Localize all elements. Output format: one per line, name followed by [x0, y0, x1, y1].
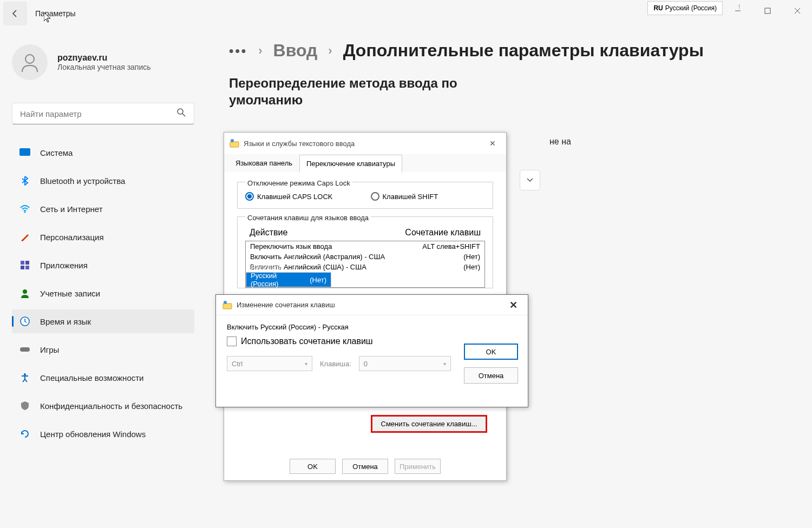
sidebar-item-time-language[interactable]: Время и язык [12, 309, 194, 333]
modifier-select[interactable]: Ctrl▾ [227, 356, 312, 371]
key-label: Клавиша: [320, 360, 351, 368]
svg-rect-15 [20, 347, 30, 352]
tab-language-bar[interactable]: Языковая панель [228, 154, 299, 172]
back-button[interactable] [3, 2, 27, 25]
breadcrumb-current: Дополнительные параметры клавиатуры [343, 41, 704, 61]
system-icon [19, 147, 30, 158]
change-shortcut-button[interactable]: Сменить сочетание клавиш... [371, 415, 487, 433]
svg-point-16 [24, 373, 26, 375]
sidebar-item-apps[interactable]: Приложения [12, 253, 194, 277]
svg-rect-12 [25, 266, 29, 269]
svg-rect-17 [230, 142, 239, 147]
sidebar-item-system[interactable]: Система [12, 141, 194, 164]
key-select[interactable]: 0▾ [359, 356, 451, 371]
apply-button[interactable]: Применить [395, 459, 441, 474]
dialog-titlebar[interactable]: Изменение сочетания клавиш ✕ [216, 295, 528, 315]
svg-point-13 [23, 289, 27, 294]
person-icon [19, 51, 41, 73]
dialog-button-column: OK Отмена [464, 344, 518, 384]
close-button[interactable] [782, 0, 812, 22]
accessibility-icon [19, 372, 30, 383]
avatar [12, 44, 48, 80]
table-row[interactable]: Включить Английский (Австралия) - США(Не… [246, 252, 484, 262]
svg-point-18 [231, 139, 234, 142]
minimize-button[interactable] [723, 0, 752, 22]
dialog-body: Включить Русский (Россия) - Русская Испо… [216, 315, 528, 379]
wifi-icon [19, 203, 30, 214]
svg-rect-11 [21, 266, 24, 269]
cancel-button[interactable]: Отмена [342, 459, 388, 474]
search-box[interactable] [12, 103, 194, 124]
maximize-button[interactable] [752, 0, 782, 22]
bg-text-fragment: не на [549, 137, 571, 147]
ok-button[interactable]: OK [464, 344, 518, 360]
sidebar: Система Bluetooth и устройства Сеть и Ин… [12, 141, 194, 450]
user-subtitle: Локальная учетная запись [57, 63, 151, 71]
apps-icon [19, 260, 30, 270]
expand-button[interactable] [520, 170, 540, 190]
table-header: Действие Сочетание клавиш [245, 227, 485, 239]
chevron-down-icon: ▾ [443, 361, 446, 367]
sidebar-item-network[interactable]: Сеть и Интернет [12, 197, 194, 221]
sidebar-item-privacy[interactable]: Конфиденциальность и безопасность [12, 394, 194, 418]
search-input[interactable] [20, 109, 176, 118]
window-controls [723, 0, 812, 22]
dialog-title: Изменение сочетания клавиш [237, 301, 505, 309]
keyboard-icon [222, 300, 232, 310]
close-icon[interactable]: ✕ [505, 299, 521, 311]
sidebar-item-windows-update[interactable]: Центр обновления Windows [12, 422, 194, 446]
fieldset-legend: Отключение режима Caps Lock [245, 179, 352, 187]
svg-point-5 [178, 109, 183, 114]
svg-point-4 [25, 55, 34, 63]
dialog-button-row: OK Отмена Применить [224, 459, 506, 474]
language-indicator[interactable]: RU Русский (Россия) [647, 1, 723, 15]
breadcrumb-link[interactable]: Ввод [273, 41, 318, 61]
ok-button[interactable]: OK [290, 459, 336, 474]
svg-line-6 [182, 114, 185, 116]
target-language-label: Включить Русский (Россия) - Русская [227, 323, 517, 331]
sidebar-item-personalization[interactable]: Персонализация [12, 225, 194, 249]
svg-rect-9 [21, 261, 24, 265]
sidebar-item-gaming[interactable]: Игры [12, 338, 194, 361]
radio-capslock[interactable]: Клавишей CAPS LOCK [245, 192, 333, 201]
svg-point-8 [24, 212, 26, 213]
sidebar-item-accessibility[interactable]: Специальные возможности [12, 366, 194, 390]
user-icon [19, 288, 30, 299]
table-row[interactable]: Переключить язык вводаALT слева+SHIFT [246, 241, 484, 252]
gamepad-icon [19, 344, 30, 355]
clock-globe-icon [19, 316, 30, 327]
capslock-fieldset: Отключение режима Caps Lock Клавишей CAP… [237, 182, 493, 209]
radio-shift[interactable]: Клавишей SHIFT [371, 192, 438, 201]
radio-icon [371, 192, 379, 201]
checkbox-icon [227, 336, 237, 346]
dialog-tabs: Языковая панель Переключение клавиатуры [224, 154, 506, 172]
user-name: poznyaev.ru [57, 53, 151, 63]
chevron-down-icon: ▾ [305, 361, 307, 367]
lang-name: Русский (Россия) [665, 4, 717, 12]
user-block[interactable]: poznyaev.ru Локальная учетная запись [12, 44, 151, 80]
svg-rect-19 [223, 303, 232, 309]
table-row[interactable]: Включить Русский (Россия) - Русская(Нет) [246, 272, 331, 287]
svg-rect-1 [765, 8, 770, 14]
bluetooth-icon [19, 175, 30, 186]
app-title: Параметры [35, 9, 76, 18]
dialog-titlebar[interactable]: Языки и службы текстового ввода ✕ [224, 133, 506, 154]
search-icon [176, 108, 186, 120]
svg-rect-7 [19, 148, 30, 156]
tab-keyboard-switch[interactable]: Переключение клавиатуры [299, 155, 402, 173]
svg-rect-10 [25, 261, 29, 265]
main-content: ••• › Ввод › Дополнительные параметры кл… [229, 41, 812, 108]
shield-icon [19, 400, 30, 411]
chevron-right-icon: › [258, 44, 262, 58]
sidebar-item-accounts[interactable]: Учетные записи [12, 281, 194, 305]
hotkeys-table[interactable]: Переключить язык вводаALT слева+SHIFT Вк… [245, 241, 485, 288]
dialog-title: Языки и службы текстового ввода [244, 140, 484, 148]
section-title: Переопределение метода ввода по умолчани… [229, 75, 467, 108]
close-icon[interactable]: ✕ [484, 139, 501, 148]
cancel-button[interactable]: Отмена [464, 367, 518, 384]
breadcrumb-more[interactable]: ••• [229, 43, 247, 58]
th-shortcut: Сочетание клавиш [400, 228, 481, 237]
sidebar-item-bluetooth[interactable]: Bluetooth и устройства [12, 169, 194, 193]
arrow-left-icon [10, 9, 20, 18]
update-icon [19, 428, 30, 439]
